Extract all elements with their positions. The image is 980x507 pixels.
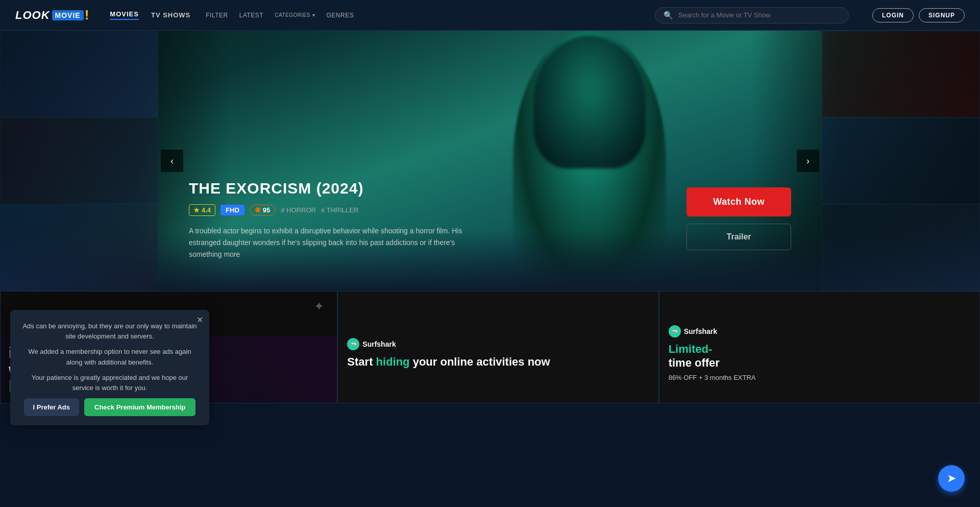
hero-next-button[interactable]: › bbox=[797, 150, 819, 172]
login-button[interactable]: LOGIN bbox=[872, 8, 914, 22]
nav-tvshows[interactable]: TV SHOWS bbox=[151, 11, 190, 19]
score-circle bbox=[255, 207, 260, 212]
movie-description: A troubled actor begins to exhibit a dis… bbox=[189, 225, 475, 260]
watch-now-button[interactable]: Watch Now bbox=[687, 187, 791, 216]
ad-notice-line2: We added a membership option to never se… bbox=[22, 347, 197, 367]
logo-look-text: LOOK bbox=[15, 9, 50, 22]
hero-action-buttons: Watch Now Trailer bbox=[687, 187, 791, 250]
star-decoration-1: ✦ bbox=[314, 299, 324, 313]
ad-notice-buttons: I Prefer Ads Check Premium Membership bbox=[22, 398, 197, 416]
logo-accent: ! bbox=[85, 7, 90, 23]
hero-section: ‹ › THE EXORCISM (2024) ★ 4.4 FHD 95 # H… bbox=[0, 31, 980, 291]
thumb-left-3[interactable] bbox=[0, 204, 158, 291]
surfshark-logo-2: 🦈 Surfshark bbox=[669, 325, 970, 337]
logo-movie-text: MOVIE bbox=[52, 10, 84, 20]
premium-button[interactable]: Check Premium Membership bbox=[84, 398, 195, 416]
surfshark-subtext: 86% OFF + 3 months EXTRA bbox=[669, 374, 970, 381]
ad-notice-modal: ✕ Ads can be annoying, but they are our … bbox=[10, 310, 209, 425]
surfshark-name-1: Surfshark bbox=[362, 340, 396, 348]
movie-badges: ★ 4.4 FHD 95 # HORROR # THRILLER bbox=[189, 204, 505, 216]
sub-nav: FILTER LATEST CATEGORIES ▾ GENRES bbox=[206, 12, 354, 19]
thumb-right-2[interactable] bbox=[822, 117, 980, 204]
surfshark-icon-2: 🦈 bbox=[669, 325, 681, 337]
tag-thriller: # THRILLER bbox=[321, 206, 358, 214]
site-logo[interactable]: LOOK MOVIE ! bbox=[15, 7, 89, 23]
star-icon: ★ bbox=[193, 206, 200, 214]
movie-title: THE EXORCISM (2024) bbox=[189, 180, 505, 197]
nav-categories[interactable]: CATEGORIES ▾ bbox=[275, 12, 315, 18]
search-input[interactable] bbox=[678, 11, 840, 19]
thumb-right-1[interactable] bbox=[822, 31, 980, 117]
nav-movies[interactable]: MOVIES bbox=[110, 10, 139, 20]
thumb-right-3[interactable] bbox=[822, 204, 980, 291]
ad-notice-close-button[interactable]: ✕ bbox=[197, 315, 203, 325]
surfshark-tagline-2: Limited- time offer bbox=[669, 343, 970, 370]
rating-badge: ★ 4.4 bbox=[189, 204, 215, 216]
fab-button[interactable]: ➤ bbox=[938, 465, 965, 492]
thumb-left-1[interactable] bbox=[0, 31, 158, 117]
nav-genres[interactable]: GENRES bbox=[327, 12, 354, 19]
surfshark-tagline-1: Start hiding your online activities now bbox=[347, 355, 649, 369]
hero-prev-button[interactable]: ‹ bbox=[161, 150, 183, 172]
hero-head bbox=[533, 36, 646, 168]
surfshark-logo-1: 🦈 Surfshark bbox=[347, 338, 649, 350]
search-icon: 🔍 bbox=[664, 11, 673, 20]
side-thumbnails-right bbox=[822, 31, 980, 291]
fab-icon: ➤ bbox=[947, 472, 956, 485]
main-nav: MOVIES TV SHOWS bbox=[110, 10, 190, 20]
score-badge: 95 bbox=[250, 205, 276, 215]
surfshark-name-2: Surfshark bbox=[684, 327, 717, 335]
trailer-button[interactable]: Trailer bbox=[687, 224, 791, 250]
side-thumbnails-left bbox=[0, 31, 158, 291]
header: LOOK MOVIE ! MOVIES TV SHOWS FILTER LATE… bbox=[0, 0, 980, 31]
surfshark-content-1: 🦈 Surfshark Start hiding your online act… bbox=[338, 292, 658, 403]
surfshark-ad-1[interactable]: Promoted Offering: ✦ 🦈 Surfshark Start h… bbox=[337, 291, 658, 403]
hero-content: THE EXORCISM (2024) ★ 4.4 FHD 95 # HORRO… bbox=[189, 180, 505, 260]
signup-button[interactable]: SIGNUP bbox=[919, 8, 965, 22]
surfshark-ad-2[interactable]: Promoted Offering: ✦ 🦈 Surfshark Limited… bbox=[659, 291, 980, 403]
nav-latest[interactable]: LATEST bbox=[239, 12, 263, 19]
nav-filter[interactable]: FILTER bbox=[206, 12, 228, 19]
surfshark-icon-1: 🦈 bbox=[347, 338, 359, 350]
thumb-left-2[interactable] bbox=[0, 117, 158, 204]
auth-buttons: LOGIN SIGNUP bbox=[872, 8, 965, 22]
surfshark-content-2: 🦈 Surfshark Limited- time offer 86% OFF … bbox=[659, 292, 979, 403]
ad-notice-line1: Ads can be annoying, but they are our on… bbox=[22, 321, 197, 342]
quality-badge: FHD bbox=[220, 205, 244, 215]
search-bar: 🔍 bbox=[655, 7, 849, 23]
prefer-ads-button[interactable]: I Prefer Ads bbox=[24, 398, 80, 416]
tag-horror: # HORROR bbox=[281, 206, 316, 214]
ad-notice-line3: Your patience is greatly appreciated and… bbox=[22, 373, 197, 393]
